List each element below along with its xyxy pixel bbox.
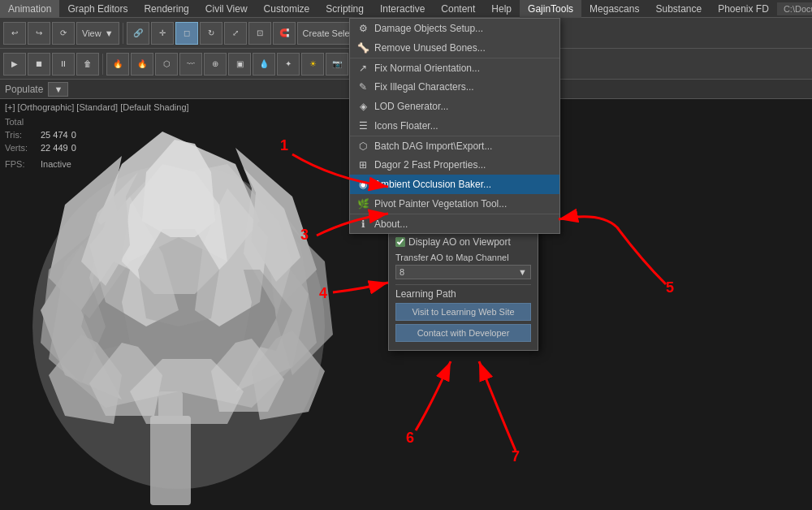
dd-ao-baker[interactable]: ◉ Ambient Occlusion Baker... — [350, 175, 559, 194]
dd-about-label: About... — [374, 218, 553, 230]
menu-civil-view[interactable]: Civil View — [197, 0, 256, 18]
dd-lod-gen[interactable]: ◈ LOD Generator... — [350, 97, 559, 116]
menu-substance[interactable]: Substance — [647, 0, 710, 18]
menu-animation[interactable]: Animation — [0, 0, 59, 18]
dd-fix-illegal-label: Fix Illegal Characters... — [374, 81, 553, 93]
delete-btn[interactable]: 🗑 — [76, 53, 99, 76]
menu-graph-editors[interactable]: Graph Editors — [59, 0, 136, 18]
ao-baker-icon: ◉ — [356, 178, 369, 191]
fluid-btn[interactable]: 💧 — [253, 53, 275, 76]
particle-btn[interactable]: ✦ — [277, 53, 300, 76]
modifier-btn[interactable]: ⊕ — [204, 53, 227, 76]
tree-area — [0, 99, 374, 510]
curve-btn[interactable]: 〰 — [179, 53, 202, 76]
icons-floater-icon: ☰ — [356, 119, 369, 132]
dd-about[interactable]: ℹ About... — [350, 214, 559, 233]
menu-help[interactable]: Help — [483, 0, 520, 18]
sep3 — [102, 54, 103, 75]
dd-icons-floater[interactable]: ☰ Icons Floater... — [350, 116, 559, 136]
refresh-btn[interactable]: ⟳ — [52, 22, 75, 45]
visit-web-btn[interactable]: Visit to Learning Web Site — [395, 303, 531, 321]
pause-btn[interactable]: ⏸ — [52, 53, 75, 76]
dd-batch-dag-label: Batch DAG Import\Export... — [374, 140, 553, 152]
dd-fast-props-label: Dagor 2 Fast Properties... — [374, 159, 553, 171]
display-ao-row: Display AO on Viewport — [395, 236, 531, 248]
dd-remove-bones[interactable]: 🦴 Remove Unused Bones... — [350, 38, 559, 58]
ao-divider — [395, 284, 531, 285]
dd-icons-floater-label: Icons Floater... — [374, 120, 553, 132]
dd-pivot-painter-label: Pivot Painter Vegetation Tool... — [374, 198, 553, 210]
dd-damage-label: Damage Objects Setup... — [374, 23, 553, 34]
dd-remove-bones-label: Remove Unused Bones... — [374, 42, 553, 54]
dd-lod-label: LOD Generator... — [374, 101, 553, 112]
cloth-btn[interactable]: ▣ — [228, 53, 251, 76]
map-channel-value: 8 — [400, 267, 404, 277]
transfer-ao-label: Transfer AO to Map Channel — [395, 253, 531, 262]
link-btn[interactable]: 🔗 — [127, 22, 149, 45]
view-dropdown[interactable]: View ▼ — [76, 22, 119, 45]
sep1 — [123, 23, 123, 44]
menu-bar: Animation Graph Editors Rendering Civil … — [0, 0, 812, 18]
menu-megascans[interactable]: Megascans — [581, 0, 647, 18]
path-label: C:\Docum... — [777, 2, 812, 15]
menu-content[interactable]: Content — [433, 0, 483, 18]
fast-props-icon: ⊞ — [356, 158, 369, 171]
menu-gajin-tools[interactable]: GajinTools — [520, 0, 581, 18]
damage-icon: ⚙ — [356, 22, 369, 35]
camera-btn[interactable]: 📷 — [326, 53, 348, 76]
dd-fast-props[interactable]: ⊞ Dagor 2 Fast Properties... — [350, 155, 559, 175]
dd-fix-illegal[interactable]: ✎ Fix Illegal Characters... — [350, 77, 559, 97]
display-ao-label: Display AO on Viewport — [408, 236, 511, 248]
dd-fix-normal[interactable]: ↗ Fix Normal Orientation... — [350, 58, 559, 77]
snap-btn[interactable]: 🧲 — [273, 22, 296, 45]
learning-path-label: Learning Path — [395, 288, 531, 300]
undo-btn[interactable]: ↩ — [3, 22, 26, 45]
mesh-btn[interactable]: ⬡ — [155, 53, 178, 76]
menu-scripting[interactable]: Scripting — [317, 0, 372, 18]
populate-label: Populate — [5, 84, 43, 95]
map-channel-arrow: ▼ — [518, 267, 527, 277]
menu-interactive[interactable]: Interactive — [372, 0, 433, 18]
rotate-btn[interactable]: ↻ — [200, 22, 222, 45]
map-channel-select[interactable]: 8 ▼ — [395, 265, 531, 279]
menu-rendering[interactable]: Rendering — [136, 0, 197, 18]
populate-dropdown[interactable]: ▼ — [48, 82, 68, 97]
bones-icon: 🦴 — [356, 41, 369, 54]
scale-btn[interactable]: ⤢ — [224, 22, 247, 45]
fire-btn1[interactable]: 🔥 — [106, 53, 129, 76]
dd-damage-objects[interactable]: ⚙ Damage Objects Setup... — [350, 19, 559, 38]
squash-btn[interactable]: ⊡ — [248, 22, 271, 45]
move-btn[interactable]: ✛ — [151, 22, 174, 45]
select-btn[interactable]: ◻ — [175, 22, 198, 45]
dd-batch-dag[interactable]: ⬡ Batch DAG Import\Export... — [350, 136, 559, 155]
display-ao-checkbox[interactable] — [395, 237, 405, 247]
contact-dev-btn[interactable]: Contact with Developer — [395, 324, 531, 342]
play-btn[interactable]: ▶ — [3, 53, 26, 76]
light-btn[interactable]: ☀ — [301, 53, 324, 76]
menu-phoenix-fd[interactable]: Phoenix FD — [710, 0, 777, 18]
fire-btn2[interactable]: 🔥 — [131, 53, 153, 76]
fix-normal-icon: ↗ — [356, 62, 369, 75]
dd-ao-baker-label: Ambient Occlusion Baker... — [374, 179, 553, 190]
gajin-tools-dropdown: ⚙ Damage Objects Setup... 🦴 Remove Unuse… — [349, 18, 560, 234]
redo-btn[interactable]: ↪ — [28, 22, 50, 45]
dd-fix-normal-label: Fix Normal Orientation... — [374, 63, 553, 74]
dd-pivot-painter[interactable]: 🌿 Pivot Painter Vegetation Tool... — [350, 194, 559, 214]
batch-dag-icon: ⬡ — [356, 140, 369, 153]
fix-illegal-icon: ✎ — [356, 80, 369, 93]
about-icon: ℹ — [356, 218, 369, 231]
stop-btn[interactable]: ⏹ — [28, 53, 50, 76]
lod-icon: ◈ — [356, 100, 369, 113]
pivot-painter-icon: 🌿 — [356, 197, 369, 210]
menu-customize[interactable]: Customize — [256, 0, 318, 18]
